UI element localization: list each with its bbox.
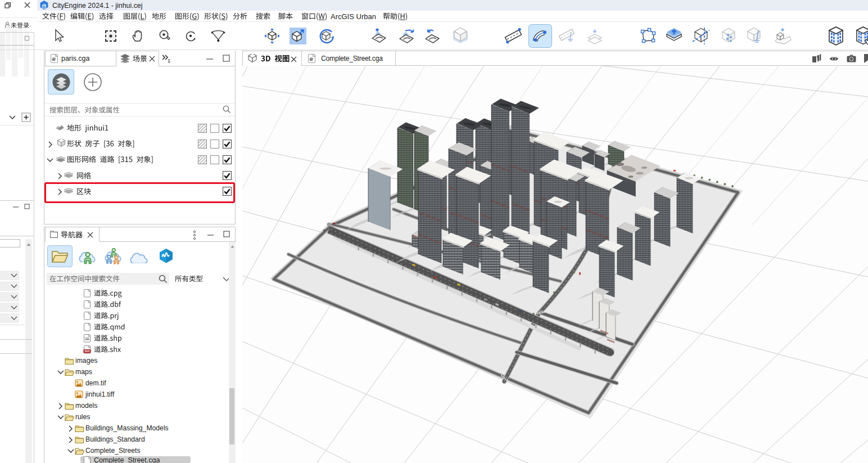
svg-text:SHX: SHX	[84, 350, 90, 353]
svg-text:1: 1	[168, 58, 170, 64]
